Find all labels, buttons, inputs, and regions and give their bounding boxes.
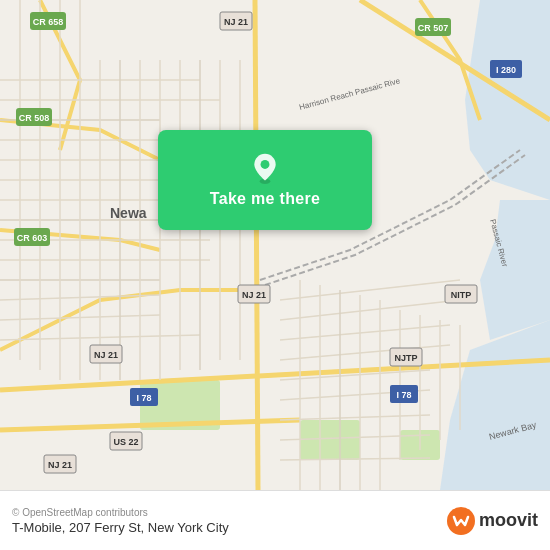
location-text: T-Mobile, 207 Ferry St, New York City	[12, 520, 229, 535]
bottom-left-info: © OpenStreetMap contributors T-Mobile, 2…	[12, 507, 229, 535]
svg-text:US 22: US 22	[113, 437, 138, 447]
moovit-logo: moovit	[447, 507, 538, 535]
svg-text:Newa: Newa	[110, 205, 147, 221]
svg-text:NJ 21: NJ 21	[94, 350, 118, 360]
svg-text:NJ 21: NJ 21	[48, 460, 72, 470]
moovit-icon	[447, 507, 475, 535]
svg-text:CR 603: CR 603	[17, 233, 48, 243]
svg-text:NITP: NITP	[451, 290, 472, 300]
svg-text:I 280: I 280	[496, 65, 516, 75]
location-pin-icon	[249, 152, 281, 184]
svg-text:NJ 21: NJ 21	[224, 17, 248, 27]
svg-text:NJ 21: NJ 21	[242, 290, 266, 300]
main-container: CR 658 NJ 21 CR 507 I 280 CR 508 CR 603 …	[0, 0, 550, 550]
svg-rect-2	[300, 420, 360, 460]
map-area: CR 658 NJ 21 CR 507 I 280 CR 508 CR 603 …	[0, 0, 550, 490]
take-me-there-button[interactable]: Take me there	[158, 130, 372, 230]
svg-text:CR 508: CR 508	[19, 113, 50, 123]
bottom-bar: © OpenStreetMap contributors T-Mobile, 2…	[0, 490, 550, 550]
moovit-brand-text: moovit	[479, 510, 538, 531]
svg-text:CR 507: CR 507	[418, 23, 449, 33]
svg-text:CR 658: CR 658	[33, 17, 64, 27]
svg-text:NJTP: NJTP	[394, 353, 417, 363]
map-svg: CR 658 NJ 21 CR 507 I 280 CR 508 CR 603 …	[0, 0, 550, 490]
svg-point-81	[261, 160, 270, 169]
copyright-text: © OpenStreetMap contributors	[12, 507, 229, 518]
svg-text:I 78: I 78	[396, 390, 411, 400]
take-me-there-label: Take me there	[210, 190, 320, 208]
svg-text:I 78: I 78	[136, 393, 151, 403]
